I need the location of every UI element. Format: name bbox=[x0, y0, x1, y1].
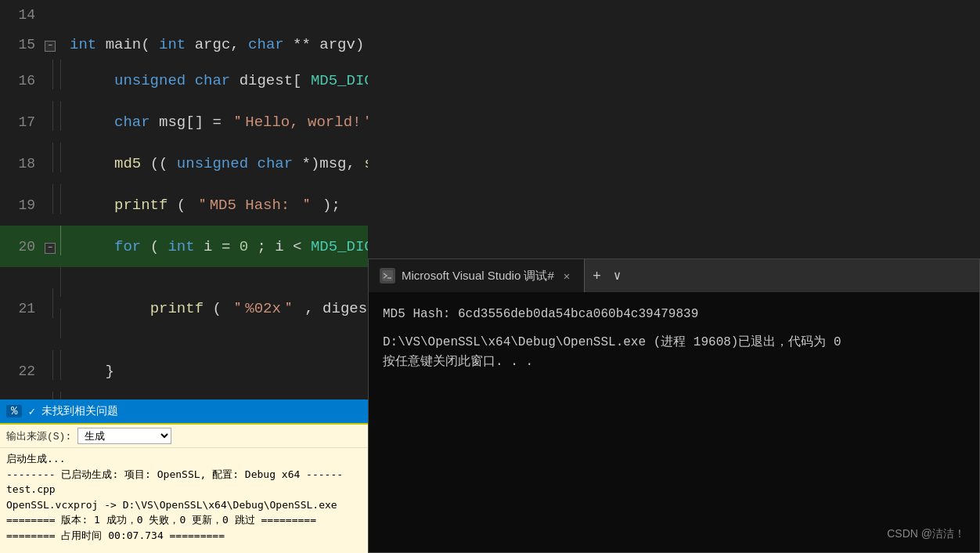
table-row: 18 md5 (( unsigned char *)msg, strlen (m… bbox=[0, 143, 368, 184]
code-text: argc, bbox=[195, 36, 248, 53]
code-text: (( bbox=[150, 155, 168, 172]
fold-col[interactable]: − bbox=[43, 30, 57, 60]
terminal-tab-bar: Microsoft Visual Studio 调试# ✕ + ∨ bbox=[369, 259, 979, 292]
output-line: OpenSSL.vcxproj -> D:\VS\OpenSSL\x64\Deb… bbox=[6, 497, 362, 513]
code-text bbox=[70, 300, 141, 317]
code-col: } bbox=[67, 350, 368, 392]
output-line: -------- 已启动生成: 项目: OpenSSL, 配置: Debug x… bbox=[6, 467, 362, 483]
code-text: ** argv) { bbox=[293, 36, 368, 53]
indent-line bbox=[60, 226, 61, 255]
code-col: printf ( ＂%02x＂ , digest[i]); bbox=[67, 267, 368, 350]
line-number: 20 bbox=[0, 226, 43, 267]
code-text bbox=[70, 155, 106, 172]
table-row: 19 printf ( ＂MD5 Hash: ＂ ); bbox=[0, 184, 368, 226]
table-row: 20 − for ( int i = 0 ; i < MD5_DIGEST_LE… bbox=[0, 226, 368, 267]
fold-col bbox=[43, 0, 57, 30]
terminal-icon bbox=[380, 268, 395, 284]
string-literal: ＂%02x＂ bbox=[230, 300, 296, 317]
indent-line2 bbox=[60, 309, 61, 338]
terminal-close-button[interactable]: ✕ bbox=[560, 268, 573, 284]
indent-col bbox=[57, 143, 67, 184]
constant-md5: MD5_DIGEST_LENGTH bbox=[311, 238, 368, 255]
table-row: 14 bbox=[0, 0, 368, 30]
terminal-tab[interactable]: Microsoft Visual Studio 调试# ✕ bbox=[369, 259, 585, 292]
fold-button[interactable]: − bbox=[45, 41, 56, 52]
terminal-output-line3: 按任意键关闭此窗口. . . bbox=[383, 352, 965, 373]
code-table: 14 15 − int main( int argc, char ** argv… bbox=[0, 0, 368, 399]
terminal-window: Microsoft Visual Studio 调试# ✕ + ∨ MD5 Ha… bbox=[368, 258, 980, 553]
table-row: 23 printf ( ＂\n＂ ); bbox=[0, 392, 368, 399]
terminal-tab-label: Microsoft Visual Studio 调试# bbox=[402, 269, 554, 284]
indent-col bbox=[57, 350, 67, 392]
code-text: ; i < bbox=[258, 238, 311, 255]
terminal-dropdown-button[interactable]: ∨ bbox=[609, 268, 626, 284]
zoom-indicator[interactable]: % bbox=[6, 405, 22, 417]
status-text: 未找到相关问题 bbox=[41, 404, 118, 418]
indent-col bbox=[57, 30, 67, 60]
fold-button[interactable]: − bbox=[45, 243, 56, 254]
indent-line bbox=[60, 392, 61, 399]
line-number: 14 bbox=[0, 0, 43, 30]
code-text: ); bbox=[322, 197, 340, 214]
line-number: 18 bbox=[0, 143, 43, 184]
code-col: char msg[] = ＂Hello, world!＂ ; bbox=[67, 101, 368, 143]
terminal-body: MD5 Hash: 6cd3556deb0da54bca060b4c394798… bbox=[369, 292, 979, 552]
terminal-output-line2: D:\VS\OpenSSL\x64\Debug\OpenSSL.exe (进程 … bbox=[383, 333, 965, 353]
output-content: 启动生成... -------- 已启动生成: 项目: OpenSSL, 配置:… bbox=[0, 448, 368, 546]
code-text: ( bbox=[177, 197, 186, 214]
function-printf: printf bbox=[150, 300, 204, 317]
indent-col bbox=[57, 226, 67, 267]
keyword-for: for bbox=[114, 238, 141, 255]
output-line: 启动生成... bbox=[6, 451, 362, 467]
fold-col[interactable]: − bbox=[43, 226, 57, 267]
keyword-unsigned: unsigned bbox=[177, 155, 248, 172]
line-number: 22 bbox=[0, 350, 43, 392]
check-icon: ✓ bbox=[28, 405, 34, 418]
code-col: md5 (( unsigned char *)msg, strlen (msg)… bbox=[67, 143, 368, 184]
code-text bbox=[70, 238, 106, 255]
code-col: printf ( ＂\n＂ ); bbox=[67, 392, 368, 399]
fold-col bbox=[43, 267, 57, 350]
output-line: test.cpp bbox=[6, 482, 362, 497]
code-text: main( bbox=[106, 36, 150, 53]
code-col: unsigned char digest[ MD5_DIGEST_LENGTH … bbox=[67, 60, 368, 101]
line-number: 17 bbox=[0, 101, 43, 143]
output-source-row: 输出来源(S): 生成 bbox=[0, 425, 368, 448]
keyword-unsigned: unsigned bbox=[114, 72, 186, 89]
code-text bbox=[70, 72, 106, 89]
indent-line bbox=[60, 350, 61, 380]
table-row: 21 printf ( ＂%02x＂ , digest[i]); bbox=[0, 267, 368, 350]
fold-col bbox=[43, 143, 57, 184]
code-col: for ( int i = 0 ; i < MD5_DIGEST_LENGTH … bbox=[67, 226, 368, 267]
code-col: int main( int argc, char ** argv) { bbox=[67, 30, 368, 60]
indent-line bbox=[60, 60, 61, 89]
table-row: 15 − int main( int argc, char ** argv) { bbox=[0, 30, 368, 60]
indent-line bbox=[60, 101, 61, 131]
indent-col bbox=[57, 101, 67, 143]
fold-col bbox=[43, 350, 57, 392]
function-md5: md5 bbox=[114, 155, 141, 172]
keyword-int: int bbox=[168, 238, 194, 255]
table-row: 22 } bbox=[0, 350, 368, 392]
keyword-char: char bbox=[248, 36, 284, 53]
keyword-char: char bbox=[114, 114, 150, 131]
status-bar: % ✓ 未找到相关问题 bbox=[0, 399, 368, 423]
fold-col bbox=[43, 101, 57, 143]
code-text bbox=[70, 197, 106, 214]
number-0: 0 bbox=[240, 238, 248, 255]
code-text: i = bbox=[204, 238, 240, 255]
output-source-label: 输出来源(S): bbox=[6, 429, 71, 443]
code-text: } bbox=[70, 363, 114, 380]
indent-col bbox=[57, 0, 67, 30]
line-number: 15 bbox=[0, 30, 43, 60]
constant-md5: MD5_DIGEST_LENGTH bbox=[311, 72, 368, 89]
indent-col bbox=[57, 60, 67, 101]
table-row: 17 char msg[] = ＂Hello, world!＂ ; bbox=[0, 101, 368, 143]
output-panel: 输出来源(S): 生成 启动生成... -------- 已启动生成: 项目: … bbox=[0, 423, 368, 553]
indent-col bbox=[57, 184, 67, 226]
output-source-select[interactable]: 生成 bbox=[77, 428, 171, 444]
terminal-add-button[interactable]: + bbox=[585, 268, 609, 284]
string-literal: ＂Hello, world!＂ bbox=[230, 114, 368, 131]
code-text: ( bbox=[212, 300, 221, 317]
code-text: , digest[i]); bbox=[304, 300, 368, 317]
